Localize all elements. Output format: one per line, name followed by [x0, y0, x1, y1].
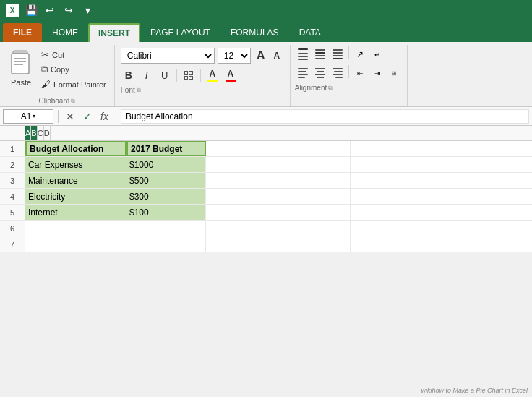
- font-color-icon: A: [227, 69, 233, 79]
- wrap-text-button[interactable]: ↵: [369, 46, 385, 62]
- alignment-expand-icon[interactable]: ⧉: [328, 85, 332, 92]
- cell-b1[interactable]: 2017 Budget: [126, 141, 206, 156]
- bold-button[interactable]: B: [121, 67, 137, 83]
- table-row: 6: [0, 221, 532, 236]
- name-box-dropdown[interactable]: ▾: [33, 113, 35, 119]
- cell-b2[interactable]: $1000: [126, 157, 206, 172]
- cell-c5[interactable]: [206, 205, 278, 220]
- col-header-c[interactable]: C: [38, 126, 44, 140]
- clipboard-actions: ✂ Cut ⧉ Copy 🖌 Format Painter: [39, 46, 108, 91]
- cell-b4[interactable]: $300: [126, 189, 206, 204]
- undo-button[interactable]: ↩: [42, 2, 58, 18]
- align-bottom-row: ⇤ ⇥ ⊞: [295, 64, 403, 82]
- tab-home[interactable]: HOME: [42, 23, 88, 42]
- cut-button[interactable]: ✂ Cut: [39, 48, 108, 61]
- cell-c4[interactable]: [206, 189, 278, 204]
- confirm-formula-button[interactable]: ✓: [80, 109, 95, 124]
- cell-a3[interactable]: Maintenance: [25, 173, 126, 188]
- underline-button[interactable]: U: [157, 67, 173, 83]
- fill-color-button[interactable]: A: [205, 67, 220, 83]
- row-num-3: 3: [0, 173, 25, 188]
- font-size-select[interactable]: 12: [218, 48, 251, 64]
- increase-indent-button[interactable]: ⇥: [369, 65, 385, 81]
- formula-bar: A1 ▾ ✕ ✓ fx: [0, 107, 532, 126]
- col-header-d[interactable]: D: [44, 126, 51, 140]
- font-shrink-button[interactable]: A: [270, 48, 284, 63]
- table-row: 3 Maintenance $500: [0, 173, 532, 189]
- align-bottom-icon: [332, 49, 343, 59]
- cell-d4[interactable]: [278, 189, 351, 204]
- title-bar-controls: 💾 ↩ ↪ ▾: [23, 2, 95, 18]
- cell-a7[interactable]: [25, 236, 126, 252]
- cell-b6[interactable]: [126, 221, 206, 236]
- table-row: 5 Internet $100: [0, 205, 532, 221]
- tab-file[interactable]: FILE: [3, 23, 42, 42]
- decrease-indent-button[interactable]: ⇤: [352, 65, 368, 81]
- cell-b3[interactable]: $500: [126, 173, 206, 188]
- cell-d1[interactable]: [278, 141, 351, 156]
- cell-d2[interactable]: [278, 157, 351, 172]
- save-button[interactable]: 💾: [23, 2, 39, 18]
- clipboard-expand-icon[interactable]: ⧉: [71, 98, 75, 105]
- redo-button[interactable]: ↪: [61, 2, 77, 18]
- font-expand-icon[interactable]: ⧉: [137, 87, 141, 94]
- row-num-4: 4: [0, 189, 25, 204]
- format-painter-button[interactable]: 🖌 Format Painter: [39, 77, 108, 91]
- align-divider: [348, 46, 349, 59]
- format-divider-1: [176, 69, 177, 82]
- copy-button[interactable]: ⧉ Copy: [39, 62, 108, 77]
- formula-input[interactable]: [121, 109, 529, 124]
- align-top-button[interactable]: [295, 46, 311, 62]
- cell-c7[interactable]: [206, 236, 278, 252]
- cancel-formula-button[interactable]: ✕: [63, 109, 77, 124]
- align-right-button[interactable]: [330, 65, 346, 81]
- row-num-5: 5: [0, 205, 25, 220]
- format-divider-2: [200, 69, 201, 82]
- align-top-icon: [298, 48, 308, 60]
- cell-d7[interactable]: [278, 236, 351, 252]
- alignment-group-label: Alignment ⧉: [295, 82, 332, 93]
- border-button[interactable]: [181, 67, 197, 83]
- cell-a6[interactable]: [25, 221, 126, 236]
- paste-label: Paste: [11, 78, 31, 87]
- cell-a5[interactable]: Internet: [25, 205, 126, 220]
- font-bottom-row: B I U A A: [121, 66, 239, 85]
- text-direction-button[interactable]: ↗: [352, 46, 368, 62]
- tab-insert[interactable]: INSERT: [88, 23, 140, 42]
- cell-c2[interactable]: [206, 157, 278, 172]
- customize-button[interactable]: ▾: [80, 2, 95, 18]
- ribbon-tabs: FILE HOME INSERT PAGE LAYOUT FORMULAS DA…: [0, 20, 532, 42]
- ribbon: Paste ✂ Cut ⧉ Copy 🖌 Format Painter Clip: [0, 42, 532, 107]
- cell-a4[interactable]: Electricity: [25, 189, 126, 204]
- cell-b7[interactable]: [126, 236, 206, 252]
- font-name-select[interactable]: Calibri: [121, 48, 215, 64]
- tab-data[interactable]: DATA: [289, 23, 331, 42]
- column-headers: A B C D: [0, 126, 532, 141]
- align-bottom-button[interactable]: [330, 46, 346, 62]
- row-num-2: 2: [0, 157, 25, 172]
- align-middle-button[interactable]: [312, 46, 328, 62]
- cell-c3[interactable]: [206, 173, 278, 188]
- font-color-button[interactable]: A: [223, 67, 239, 83]
- align-left-button[interactable]: [295, 65, 311, 81]
- tab-formulas[interactable]: FORMULAS: [220, 23, 289, 42]
- name-box[interactable]: A1 ▾: [3, 109, 53, 124]
- cut-label: Cut: [52, 51, 64, 59]
- align-center-button[interactable]: [312, 65, 328, 81]
- cell-b5[interactable]: $100: [126, 205, 206, 220]
- paste-button[interactable]: Paste: [6, 46, 36, 88]
- tab-page-layout[interactable]: PAGE LAYOUT: [140, 23, 220, 42]
- cell-d3[interactable]: [278, 173, 351, 188]
- font-grow-button[interactable]: A: [254, 48, 268, 63]
- italic-button[interactable]: I: [139, 67, 155, 83]
- cell-c6[interactable]: [206, 221, 278, 236]
- row-num-header: [0, 126, 25, 140]
- merge-button[interactable]: ⊞: [387, 65, 403, 81]
- cell-d6[interactable]: [278, 221, 351, 236]
- col-header-a[interactable]: A: [25, 126, 31, 140]
- cell-a2[interactable]: Car Expenses: [25, 157, 126, 172]
- cell-a1[interactable]: Budget Allocation: [25, 141, 126, 156]
- cell-d5[interactable]: [278, 205, 351, 220]
- cell-c1[interactable]: [206, 141, 278, 156]
- col-header-b[interactable]: B: [31, 126, 37, 140]
